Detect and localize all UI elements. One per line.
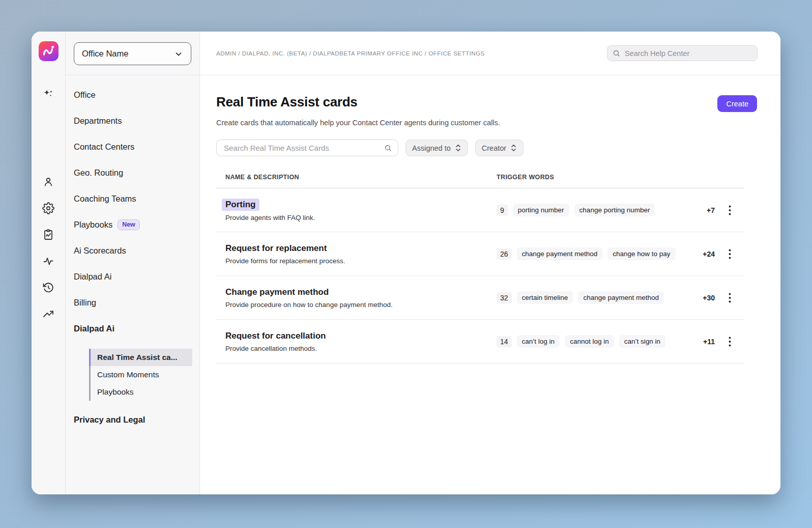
table-row[interactable]: PortingProvide agents with FAQ link.9por… — [216, 188, 744, 232]
sidebar-item-privacy-and-legal[interactable]: Privacy and Legal — [74, 407, 199, 433]
filter-label: Assigned to — [412, 144, 451, 152]
row-menu-button[interactable] — [715, 332, 744, 351]
row-menu-button[interactable] — [715, 289, 744, 307]
sidebar-item-geo-routing[interactable]: Geo. Routing — [74, 160, 199, 186]
sidebar-item-label: Ai Scorecards — [74, 246, 126, 256]
trigger-count: 14 — [497, 336, 512, 347]
card-description: Provide procedure on how to change payme… — [225, 301, 484, 309]
search-icon — [384, 144, 392, 152]
trigger-word-chip: change payment method — [517, 247, 603, 260]
sidebar-item-contact-centers[interactable]: Contact Centers — [74, 134, 199, 160]
trigger-count: 32 — [497, 292, 512, 303]
more-count: +11 — [703, 338, 715, 346]
table-row[interactable]: Request for replacementProvide forms for… — [216, 232, 744, 276]
trigger-word-chip: change payment method — [578, 291, 664, 304]
updown-chevron-icon — [455, 144, 461, 152]
clipboard-ai-icon[interactable] — [42, 229, 54, 241]
trigger-word-chip: porting number — [513, 204, 569, 216]
create-button[interactable]: Create — [717, 95, 757, 112]
sidebar-subnav: Real Time Assist ca...Custom MomentsPlay… — [89, 349, 192, 401]
card-name-cell: PortingProvide agents with FAQ link. — [225, 199, 497, 221]
sidebar-item-label: Dialpad Ai — [74, 272, 111, 282]
sidebar-item-office[interactable]: Office — [74, 82, 199, 108]
trigger-words-cell: 32certain timelinechange payment method+… — [497, 291, 715, 304]
sparkles-icon[interactable] — [42, 88, 54, 100]
sidebar-subitem-playbooks[interactable]: Playbooks — [89, 383, 192, 401]
sidebar-subitem-real-time-assist-ca[interactable]: Real Time Assist ca... — [89, 349, 192, 366]
sidebar-item-coaching-teams[interactable]: Coaching Teams — [74, 186, 199, 212]
trigger-words-cell: 26change payment methodchange how to pay… — [497, 247, 715, 260]
filter-row: Assigned to Creator — [216, 140, 757, 156]
sidebar-item-label: Billing — [74, 298, 96, 308]
rta-search-input[interactable] — [223, 143, 380, 153]
sidebar-item-label: Coaching Teams — [74, 194, 136, 204]
table-row[interactable]: Change payment methodProvide procedure o… — [216, 276, 744, 320]
sidebar-item-playbooks[interactable]: PlaybooksNew — [74, 212, 199, 238]
more-count: +24 — [703, 250, 715, 258]
content: Real Time Assist cards Create Create car… — [200, 75, 780, 364]
card-name-cell: Change payment methodProvide procedure o… — [225, 287, 497, 309]
row-menu-button[interactable] — [715, 245, 744, 263]
sidebar-nav: OfficeDepartmentsContact CentersGeo. Rou… — [66, 75, 199, 433]
column-header-trigger-words: TRIGGER WORDS — [497, 174, 554, 181]
rta-cards-table: NAME & DESCRIPTION TRIGGER WORDS Porting… — [216, 174, 744, 364]
activity-icon[interactable] — [42, 255, 54, 267]
more-count: +7 — [707, 206, 715, 214]
sidebar-item-ai-scorecards[interactable]: Ai Scorecards — [74, 238, 199, 264]
page-subtitle: Create cards that automatically help you… — [216, 119, 757, 127]
filter-label: Creator — [482, 144, 506, 152]
breadcrumb: ADMIN / DIALPAD, INC. (BETA) / DIALPADBE… — [216, 50, 485, 57]
trigger-word-chip: change porting number — [574, 204, 655, 216]
sidebar-subitem-custom-moments[interactable]: Custom Moments — [89, 366, 192, 383]
new-badge: New — [118, 219, 140, 230]
trigger-count: 26 — [497, 248, 512, 260]
table-header: NAME & DESCRIPTION TRIGGER WORDS — [216, 174, 744, 188]
row-menu-button[interactable] — [715, 201, 744, 219]
person-icon[interactable] — [42, 176, 54, 188]
rta-search[interactable] — [216, 140, 398, 156]
card-name: Request for replacement — [225, 243, 327, 254]
table-row[interactable]: Request for cancellationProvide cancella… — [216, 320, 744, 364]
card-description: Provide agents with FAQ link. — [225, 214, 484, 221]
icon-rail — [32, 32, 66, 494]
card-name-cell: Request for replacementProvide forms for… — [225, 243, 497, 265]
office-selector[interactable]: Office Name — [74, 42, 191, 65]
sidebar-item-label: Privacy and Legal — [74, 415, 145, 425]
trigger-word-chip: change how to pay — [607, 247, 675, 260]
kebab-icon — [729, 293, 731, 303]
settings-sidebar: Office Name OfficeDepartmentsContact Cen… — [66, 32, 200, 494]
card-name: Request for cancellation — [225, 330, 326, 342]
sidebar-nav-list: OfficeDepartmentsContact CentersGeo. Rou… — [74, 82, 199, 316]
card-name-cell: Request for cancellationProvide cancella… — [225, 330, 497, 352]
sidebar-item-billing[interactable]: Billing — [74, 290, 199, 316]
creator-filter[interactable]: Creator — [475, 140, 524, 156]
help-search-input[interactable] — [624, 49, 752, 58]
updown-chevron-icon — [510, 144, 517, 152]
sidebar-item-departments[interactable]: Departments — [74, 108, 199, 134]
office-selector-label: Office Name — [82, 49, 128, 59]
sidebar-item-label: Playbooks — [74, 220, 112, 230]
card-description: Provide forms for replacement process. — [225, 257, 484, 265]
sidebar-item-dialpad-ai-section[interactable]: Dialpad Ai — [74, 316, 199, 342]
sidebar-item-label: Departments — [74, 116, 122, 126]
chevron-down-icon — [174, 49, 183, 59]
gear-icon[interactable] — [42, 202, 54, 214]
sidebar-item-dialpad-ai[interactable]: Dialpad Ai — [74, 264, 199, 290]
topbar: ADMIN / DIALPAD, INC. (BETA) / DIALPADBE… — [200, 32, 780, 75]
trigger-word-chip: can’t sign in — [619, 335, 665, 348]
kebab-icon — [729, 337, 731, 347]
card-name: Porting — [222, 199, 259, 211]
trigger-word-chip: cannot log in — [565, 335, 614, 348]
trigger-word-chip: certain timeline — [517, 291, 573, 304]
history-icon[interactable] — [42, 282, 54, 294]
search-icon — [613, 49, 620, 57]
assigned-to-filter[interactable]: Assigned to — [405, 140, 468, 156]
sidebar-item-label: Office — [74, 90, 96, 100]
trigger-count: 9 — [497, 205, 508, 216]
dialpad-ai-logo — [39, 41, 59, 61]
main-panel: ADMIN / DIALPAD, INC. (BETA) / DIALPADBE… — [200, 32, 780, 494]
help-search[interactable] — [607, 45, 758, 61]
page-title: Real Time Assist cards — [216, 94, 358, 110]
trending-up-icon[interactable] — [42, 308, 54, 320]
sidebar-item-label: Dialpad Ai — [74, 324, 114, 334]
